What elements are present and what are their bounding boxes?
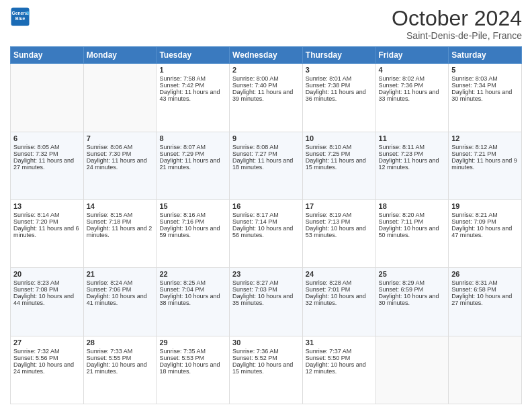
day-info: Sunset: 7:42 PM: [159, 82, 226, 89]
day-info: Daylight: 10 hours and 18 minutes.: [159, 361, 226, 375]
calendar-cell: 11Sunrise: 8:11 AMSunset: 7:23 PMDayligh…: [375, 132, 449, 199]
day-info: Daylight: 11 hours and 43 minutes.: [159, 89, 226, 102]
day-info: Daylight: 10 hours and 47 minutes.: [451, 225, 519, 238]
day-info: Sunrise: 8:27 AM: [232, 279, 300, 286]
calendar-cell: 13Sunrise: 8:14 AMSunset: 7:20 PMDayligh…: [11, 199, 84, 267]
day-info: Daylight: 11 hours and 6 minutes.: [13, 225, 81, 238]
day-info: Sunrise: 8:20 AM: [379, 212, 446, 218]
calendar-cell: 25Sunrise: 8:29 AMSunset: 6:59 PMDayligh…: [375, 268, 449, 336]
day-info: Sunset: 7:23 PM: [379, 150, 446, 157]
day-info: Sunrise: 7:58 AM: [159, 75, 226, 82]
day-number: 5: [451, 66, 519, 74]
day-number: 29: [159, 338, 226, 347]
day-number: 17: [306, 202, 373, 210]
calendar-header-friday: Friday: [375, 47, 449, 64]
day-number: 26: [451, 270, 519, 278]
calendar-cell: [11, 64, 84, 132]
calendar-cell: 15Sunrise: 8:16 AMSunset: 7:16 PMDayligh…: [157, 199, 230, 267]
day-info: Sunrise: 8:07 AM: [159, 144, 226, 150]
day-info: Daylight: 10 hours and 59 minutes.: [159, 225, 226, 238]
day-info: Sunrise: 8:08 AM: [232, 144, 300, 150]
calendar-week-row: 6Sunrise: 8:05 AMSunset: 7:32 PMDaylight…: [11, 132, 522, 199]
day-number: 28: [87, 338, 154, 347]
day-info: Sunrise: 7:36 AM: [232, 348, 300, 355]
calendar-cell: [375, 336, 449, 404]
calendar-table: SundayMondayTuesdayWednesdayThursdayFrid…: [10, 46, 522, 404]
day-number: 11: [379, 134, 446, 142]
day-info: Sunrise: 8:19 AM: [306, 212, 373, 218]
day-info: Sunset: 7:25 PM: [306, 150, 373, 157]
day-info: Daylight: 10 hours and 41 minutes.: [87, 293, 154, 306]
day-number: 21: [87, 270, 154, 278]
day-info: Daylight: 11 hours and 21 minutes.: [159, 157, 226, 171]
day-number: 18: [379, 202, 446, 210]
day-info: Daylight: 10 hours and 50 minutes.: [379, 225, 446, 238]
calendar-header-monday: Monday: [83, 47, 157, 64]
day-info: Sunset: 7:04 PM: [159, 286, 226, 293]
day-info: Sunrise: 8:11 AM: [379, 144, 446, 150]
day-number: 14: [87, 202, 154, 210]
day-info: Daylight: 11 hours and 9 minutes.: [451, 157, 519, 171]
day-number: 1: [159, 66, 226, 74]
calendar-header-tuesday: Tuesday: [157, 47, 230, 64]
svg-text:General: General: [11, 11, 28, 15]
day-info: Sunrise: 8:06 AM: [87, 144, 154, 150]
day-info: Daylight: 11 hours and 36 minutes.: [306, 89, 373, 102]
day-info: Sunrise: 8:29 AM: [379, 279, 446, 286]
svg-text:Blue: Blue: [15, 16, 26, 21]
calendar-cell: 20Sunrise: 8:23 AMSunset: 7:08 PMDayligh…: [11, 268, 84, 336]
day-info: Sunset: 7:38 PM: [306, 82, 373, 89]
location: Saint-Denis-de-Pile, France: [392, 30, 522, 41]
day-info: Sunrise: 8:05 AM: [13, 144, 81, 150]
day-info: Daylight: 11 hours and 27 minutes.: [13, 157, 81, 171]
day-info: Daylight: 10 hours and 30 minutes.: [379, 293, 446, 306]
day-info: Sunset: 7:09 PM: [451, 218, 519, 225]
day-number: 31: [306, 338, 373, 347]
day-info: Sunset: 7:30 PM: [87, 150, 154, 157]
calendar-cell: 16Sunrise: 8:17 AMSunset: 7:14 PMDayligh…: [230, 199, 303, 267]
title-block: October 2024 Saint-Denis-de-Pile, France: [392, 7, 522, 41]
day-info: Sunrise: 8:12 AM: [451, 144, 519, 150]
day-info: Sunrise: 8:31 AM: [451, 279, 519, 286]
page: General Blue October 2024 Saint-Denis-de…: [0, 0, 532, 411]
calendar-cell: 19Sunrise: 8:21 AMSunset: 7:09 PMDayligh…: [449, 199, 522, 267]
day-number: 16: [232, 202, 300, 210]
day-number: 13: [13, 202, 81, 210]
day-info: Sunrise: 8:23 AM: [13, 279, 81, 286]
day-info: Sunset: 7:08 PM: [13, 286, 81, 293]
day-info: Daylight: 10 hours and 38 minutes.: [159, 293, 226, 306]
calendar-header-sunday: Sunday: [11, 47, 84, 64]
header: General Blue October 2024 Saint-Denis-de…: [10, 7, 522, 41]
calendar-cell: 22Sunrise: 8:25 AMSunset: 7:04 PMDayligh…: [157, 268, 230, 336]
day-info: Sunrise: 7:37 AM: [306, 348, 373, 355]
calendar-cell: 18Sunrise: 8:20 AMSunset: 7:11 PMDayligh…: [375, 199, 449, 267]
day-info: Sunset: 7:06 PM: [87, 286, 154, 293]
day-info: Daylight: 11 hours and 15 minutes.: [306, 157, 373, 171]
day-info: Sunset: 6:59 PM: [379, 286, 446, 293]
day-info: Daylight: 11 hours and 12 minutes.: [379, 157, 446, 171]
day-info: Sunrise: 8:15 AM: [87, 212, 154, 218]
day-number: 27: [13, 338, 81, 347]
logo: General Blue: [10, 7, 30, 27]
day-info: Sunrise: 8:16 AM: [159, 212, 226, 218]
calendar-week-row: 1Sunrise: 7:58 AMSunset: 7:42 PMDaylight…: [11, 64, 522, 132]
day-number: 23: [232, 270, 300, 278]
day-info: Sunset: 7:01 PM: [306, 286, 373, 293]
day-number: 24: [306, 270, 373, 278]
calendar-cell: 24Sunrise: 8:28 AMSunset: 7:01 PMDayligh…: [302, 268, 375, 336]
day-info: Sunrise: 8:01 AM: [306, 75, 373, 82]
calendar-cell: 17Sunrise: 8:19 AMSunset: 7:13 PMDayligh…: [302, 199, 375, 267]
day-number: 25: [379, 270, 446, 278]
day-number: 22: [159, 270, 226, 278]
day-info: Sunrise: 7:35 AM: [159, 348, 226, 355]
day-info: Sunrise: 8:24 AM: [87, 279, 154, 286]
day-info: Sunrise: 8:10 AM: [306, 144, 373, 150]
day-info: Sunset: 7:21 PM: [451, 150, 519, 157]
day-info: Sunset: 7:16 PM: [159, 218, 226, 225]
day-number: 20: [13, 270, 81, 278]
day-info: Daylight: 10 hours and 56 minutes.: [232, 225, 300, 238]
calendar-week-row: 20Sunrise: 8:23 AMSunset: 7:08 PMDayligh…: [11, 268, 522, 336]
calendar-cell: 27Sunrise: 7:32 AMSunset: 5:56 PMDayligh…: [11, 336, 84, 404]
day-info: Sunset: 5:56 PM: [13, 355, 81, 361]
day-info: Sunset: 7:03 PM: [232, 286, 300, 293]
